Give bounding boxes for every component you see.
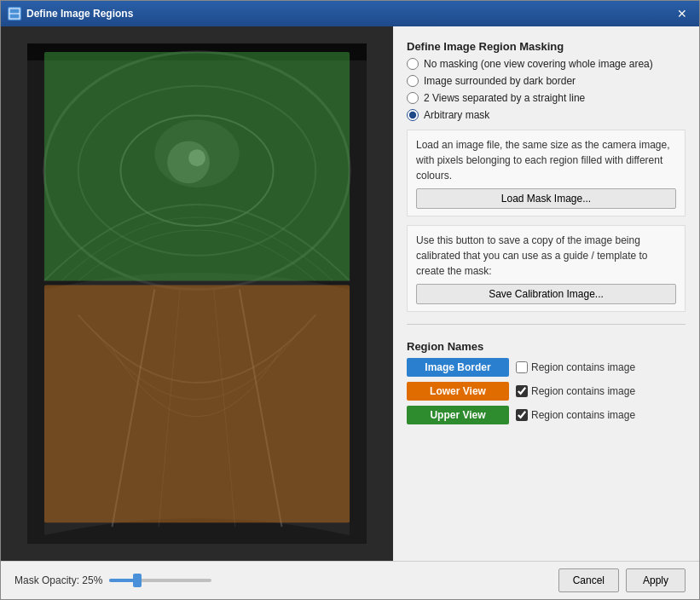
- radio-dark-border[interactable]: [407, 75, 419, 87]
- tunnel-image: [26, 43, 367, 544]
- region-contains-image-border[interactable]: Region contains image: [516, 361, 635, 373]
- region-contains-checkbox-upper-view[interactable]: [516, 409, 528, 421]
- mask-opacity-slider-track: [109, 579, 211, 582]
- radio-label-dark-border: Image surrounded by dark border: [424, 75, 576, 87]
- apply-button[interactable]: Apply: [626, 568, 686, 592]
- radio-label-arbitrary: Arbitrary mask: [424, 109, 489, 121]
- masking-section: Define Image Region Masking No masking (…: [407, 40, 686, 121]
- masking-radio-group: No masking (one view covering whole imag…: [407, 58, 686, 121]
- mask-opacity-label: Mask Opacity: 25%: [14, 574, 102, 586]
- window-title: Define Image Regions: [26, 8, 672, 20]
- svg-rect-16: [44, 52, 350, 281]
- radio-item-dark-border[interactable]: Image surrounded by dark border: [407, 75, 686, 87]
- masking-section-title: Define Image Region Masking: [407, 40, 686, 53]
- calibration-desc-box: Use this button to save a copy of the im…: [407, 225, 686, 312]
- radio-arbitrary[interactable]: [407, 109, 419, 121]
- region-row-upper-view: Upper View Region contains image: [407, 406, 686, 424]
- left-panel: [1, 26, 393, 561]
- region-contains-upper-view[interactable]: Region contains image: [516, 409, 635, 421]
- divider: [407, 324, 686, 325]
- main-window: Define Image Regions ✕: [0, 0, 700, 600]
- region-contains-lower-view[interactable]: Region contains image: [516, 385, 635, 397]
- title-bar: Define Image Regions ✕: [1, 1, 699, 26]
- region-contains-label-image-border: Region contains image: [531, 361, 635, 373]
- right-panel: Define Image Region Masking No masking (…: [393, 26, 699, 561]
- arbitrary-desc-text: Load an image file, the same size as the…: [416, 139, 670, 182]
- arbitrary-desc-box: Load an image file, the same size as the…: [407, 130, 686, 216]
- bottom-bar: Mask Opacity: 25% Cancel Apply: [1, 561, 699, 599]
- region-names-section: Region Names Image Border Region contain…: [407, 340, 686, 430]
- region-names-title: Region Names: [407, 340, 686, 353]
- region-contains-label-lower-view: Region contains image: [531, 385, 635, 397]
- svg-rect-17: [44, 286, 350, 523]
- radio-label-no-masking: No masking (one view covering whole imag…: [424, 58, 653, 70]
- calibration-desc-text: Use this button to save a copy of the im…: [416, 234, 648, 277]
- radio-item-arbitrary[interactable]: Arbitrary mask: [407, 109, 686, 121]
- region-row-lower-view: Lower View Region contains image: [407, 382, 686, 401]
- region-row-image-border: Image Border Region contains image: [407, 358, 686, 377]
- radio-no-masking[interactable]: [407, 58, 419, 70]
- radio-item-no-masking[interactable]: No masking (one view covering whole imag…: [407, 58, 686, 70]
- load-mask-button[interactable]: Load Mask Image...: [416, 188, 676, 209]
- window-icon: [8, 7, 21, 20]
- region-color-btn-lower-view[interactable]: Lower View: [407, 382, 509, 401]
- region-color-btn-image-border[interactable]: Image Border: [407, 358, 509, 377]
- image-canvas: [26, 43, 367, 544]
- close-button[interactable]: ✕: [672, 5, 692, 22]
- region-contains-checkbox-lower-view[interactable]: [516, 385, 528, 397]
- radio-label-2views: 2 Views separated by a straight line: [424, 92, 585, 104]
- region-color-btn-upper-view[interactable]: Upper View: [407, 406, 509, 424]
- save-calibration-button[interactable]: Save Calibration Image...: [416, 284, 676, 304]
- region-contains-checkbox-image-border[interactable]: [516, 361, 528, 373]
- cancel-button[interactable]: Cancel: [558, 568, 619, 592]
- region-contains-label-upper-view: Region contains image: [531, 409, 635, 421]
- mask-opacity-slider-fill: [109, 579, 135, 582]
- main-content: Define Image Region Masking No masking (…: [1, 26, 699, 561]
- mask-opacity-slider-thumb[interactable]: [133, 574, 142, 587]
- radio-item-2views[interactable]: 2 Views separated by a straight line: [407, 92, 686, 104]
- radio-2views[interactable]: [407, 92, 419, 104]
